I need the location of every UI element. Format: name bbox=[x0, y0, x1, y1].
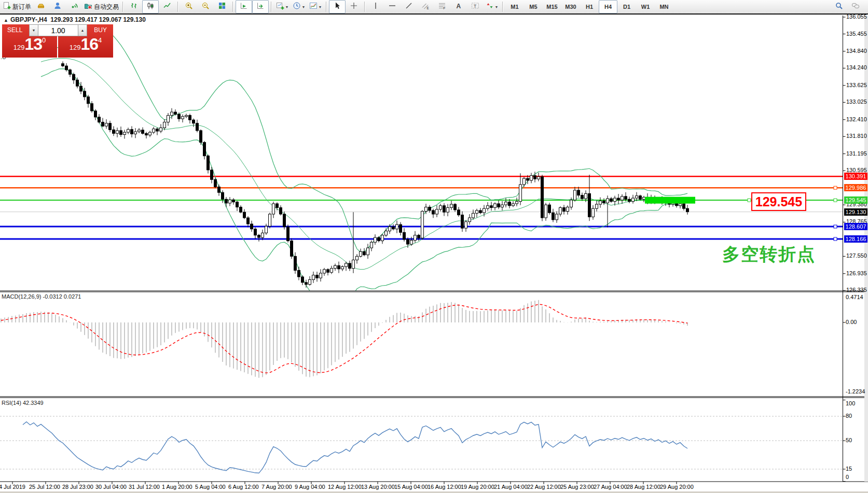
time-label: 16 Aug 12:00 bbox=[428, 484, 461, 490]
rsi-pane[interactable] bbox=[0, 416, 843, 473]
time-label: 12 Aug 12:00 bbox=[328, 484, 362, 490]
time-label: 9 Aug 04:00 bbox=[295, 484, 325, 490]
time-label: 15 Aug 04:00 bbox=[394, 484, 428, 490]
line-handle[interactable] bbox=[834, 225, 837, 228]
time-label: 5 Aug 04:00 bbox=[195, 484, 226, 490]
time-label: 7 Aug 20:00 bbox=[261, 484, 292, 490]
time-label: 28 Aug 12:00 bbox=[627, 484, 660, 490]
bollinger-middle-band bbox=[41, 59, 687, 270]
rsi-axis-50: 50 bbox=[846, 437, 852, 443]
price-badge-129.986: 129.986 bbox=[844, 184, 867, 191]
time-label: 24 Jul 2019 bbox=[0, 484, 25, 490]
price-tick-label: 134.840 bbox=[846, 48, 867, 54]
time-label: 13 Aug 20:00 bbox=[361, 484, 395, 490]
macd-label: MACD(12,26,9) -0.0312 0.0271 bbox=[2, 293, 81, 300]
line-handle[interactable] bbox=[834, 199, 837, 202]
price-tick-label: 136.055 bbox=[846, 13, 867, 20]
macd-axis-min: -1.2234 bbox=[846, 388, 865, 395]
time-label: 31 Jul 12:00 bbox=[129, 484, 160, 490]
mt4-window: 新订单自动交易▼▼▼EFAT▼M1M5M15M30H1H4D1W1MN ▲GBP… bbox=[0, 0, 868, 493]
price-tick-label: 131.810 bbox=[846, 133, 867, 139]
price-badge-129.130: 129.130 bbox=[844, 208, 867, 216]
price-tick-label: 126.935 bbox=[846, 270, 867, 276]
line-handle[interactable] bbox=[748, 199, 751, 202]
macd-pane[interactable] bbox=[1, 300, 687, 378]
time-label: 21 Aug 04:00 bbox=[494, 484, 528, 490]
time-label: 22 Aug 12:00 bbox=[527, 484, 561, 490]
price-badge-130.391: 130.391 bbox=[844, 173, 867, 180]
volume-increase-button[interactable]: ▲ bbox=[78, 24, 87, 36]
price-badge-128.166: 128.166 bbox=[844, 235, 867, 243]
price-badge-129.545: 129.545 bbox=[844, 196, 867, 204]
time-label: 30 Jul 04:00 bbox=[95, 484, 127, 490]
time-label: 25 Aug 23:00 bbox=[560, 484, 594, 490]
time-label: 25 Jul 12:00 bbox=[29, 484, 60, 490]
symbol-title: GBPJPY-,H4 bbox=[10, 16, 47, 23]
rsi-axis-100: 100 bbox=[846, 400, 855, 406]
rsi-axis-80: 80 bbox=[846, 413, 852, 419]
one-click-trading-panel: SELL 129130 BUY 129164 ▼ ▲ bbox=[2, 24, 114, 58]
price-tick-label: 132.410 bbox=[846, 116, 867, 122]
turning-point-annotation[interactable]: 多空转折点 bbox=[722, 243, 816, 266]
time-label: 19 Aug 20:00 bbox=[461, 484, 494, 490]
time-label: 6 Aug 12:00 bbox=[228, 484, 259, 490]
rsi-axis-15: 15 bbox=[846, 466, 852, 472]
rsi-label: RSI(14) 42.3349 bbox=[2, 400, 44, 406]
price-tick-label: 134.240 bbox=[846, 64, 867, 71]
time-label: 1 Aug 20:00 bbox=[162, 484, 192, 490]
line-handle[interactable] bbox=[834, 237, 837, 241]
candles bbox=[62, 61, 689, 287]
volume-input[interactable] bbox=[38, 24, 78, 36]
bollinger-lower-band bbox=[41, 69, 687, 310]
time-label: 29 Aug 20:00 bbox=[660, 484, 694, 490]
price-tick-label: 133.625 bbox=[846, 82, 867, 88]
price-tick-label: 133.025 bbox=[846, 98, 867, 105]
time-label: 28 Jul 23:00 bbox=[62, 484, 93, 490]
macd-axis-zero: 0.00 bbox=[846, 319, 857, 325]
macd-axis-max: 0.4714 bbox=[846, 294, 863, 300]
bollinger-upper-band bbox=[41, 29, 687, 252]
macd-signal-line bbox=[1, 304, 687, 373]
volume-control: ▼ ▲ bbox=[29, 24, 87, 36]
price-badge-128.607: 128.607 bbox=[844, 223, 867, 230]
symbol-header: ▲GBPJPY-,H4 129.293 129.417 129.067 129.… bbox=[4, 16, 146, 23]
rsi-axis-0: 0 bbox=[846, 474, 849, 480]
time-label: 27 Aug 04:00 bbox=[594, 484, 627, 490]
rsi-line bbox=[23, 422, 687, 473]
price-tick-label: 135.455 bbox=[846, 31, 867, 37]
price-tick-label: 127.550 bbox=[846, 252, 867, 259]
main-chart-pane[interactable] bbox=[0, 29, 843, 310]
price-tick-label: 131.195 bbox=[846, 150, 867, 157]
price-tick-label: 126.335 bbox=[846, 287, 867, 293]
volume-decrease-button[interactable]: ▼ bbox=[29, 24, 38, 36]
line-handle[interactable] bbox=[834, 186, 837, 189]
ohlc-values: 129.293 129.417 129.067 129.130 bbox=[50, 16, 146, 23]
price-annotation-box[interactable]: 129.545 bbox=[751, 192, 806, 211]
support-zone-rectangle[interactable] bbox=[645, 197, 695, 204]
collapse-panel-icon[interactable]: ▲ bbox=[4, 18, 8, 23]
